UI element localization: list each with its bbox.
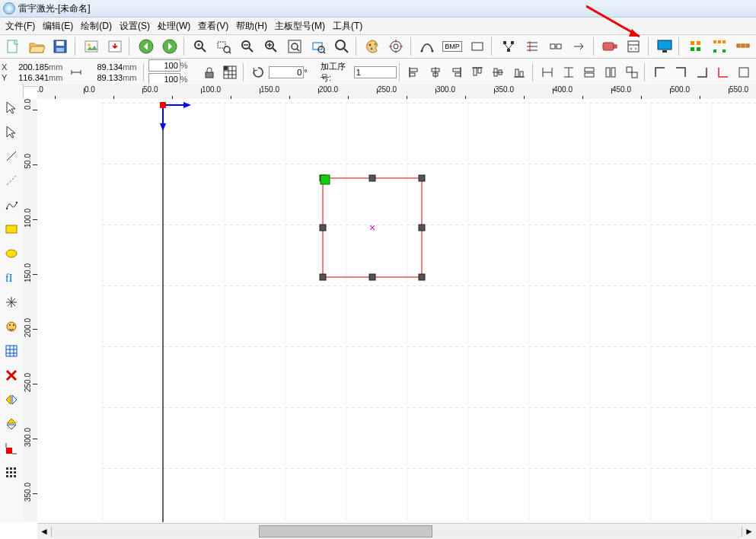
svg-text:fI: fI bbox=[5, 273, 13, 284]
trace-tool[interactable] bbox=[2, 317, 21, 336]
lock-aspect-button[interactable] bbox=[199, 62, 219, 83]
menu-process[interactable]: 处理(W) bbox=[154, 19, 194, 33]
svg-point-29 bbox=[336, 40, 345, 49]
zoom-selection-button[interactable] bbox=[307, 36, 329, 57]
ellipse-tool[interactable] bbox=[2, 244, 21, 263]
polyline-tool[interactable] bbox=[2, 171, 21, 190]
svg-rect-67 bbox=[697, 47, 700, 51]
svg-rect-154 bbox=[160, 102, 166, 108]
curve-tool-button[interactable] bbox=[416, 36, 439, 57]
svg-rect-69 bbox=[718, 40, 721, 43]
zoom-tool-button[interactable] bbox=[330, 36, 352, 57]
ruler-h-tick: 50.0 bbox=[143, 85, 158, 94]
array-tool-3[interactable] bbox=[732, 36, 754, 57]
dist-h-button[interactable] bbox=[538, 62, 558, 83]
bmp-button[interactable]: BMP bbox=[440, 36, 465, 57]
corner-tl-button[interactable] bbox=[650, 62, 670, 83]
align-right-button[interactable] bbox=[447, 62, 467, 83]
horizontal-scrollbar[interactable]: ◄ ► bbox=[37, 523, 756, 539]
new-file-button[interactable] bbox=[2, 36, 24, 57]
svg-line-20 bbox=[273, 48, 276, 52]
point-tool[interactable] bbox=[2, 292, 21, 312]
export-image-button[interactable] bbox=[104, 36, 126, 57]
anchor-grid-button[interactable] bbox=[220, 62, 240, 83]
align-vcenter-button[interactable] bbox=[489, 62, 509, 83]
svg-point-14 bbox=[224, 46, 230, 53]
zoom-area-button[interactable] bbox=[213, 36, 235, 57]
mirror-v-tool[interactable] bbox=[2, 414, 21, 434]
menu-help[interactable]: 帮助(H) bbox=[232, 19, 271, 33]
array-grid-tool[interactable] bbox=[2, 463, 21, 483]
job-number-input[interactable] bbox=[354, 66, 397, 78]
svg-rect-143 bbox=[10, 471, 12, 474]
mirror-h-tool[interactable] bbox=[2, 390, 21, 410]
corner-bl-button[interactable] bbox=[713, 62, 733, 83]
ruler-v-tick: 0.0 bbox=[24, 99, 32, 110]
precision-button[interactable] bbox=[385, 36, 407, 57]
grid-array-tool[interactable] bbox=[2, 341, 21, 361]
open-file-button[interactable] bbox=[26, 36, 48, 57]
size-lock-button[interactable] bbox=[544, 36, 566, 57]
palette-button[interactable] bbox=[362, 36, 384, 57]
delete-tool[interactable] bbox=[2, 365, 21, 385]
save-button[interactable] bbox=[49, 36, 72, 57]
node-tool-button[interactable] bbox=[497, 36, 519, 57]
scale-x-input[interactable] bbox=[148, 59, 180, 72]
rectangle-icon[interactable] bbox=[466, 36, 488, 57]
menu-view[interactable]: 查看(V) bbox=[194, 19, 232, 33]
center-point-button[interactable] bbox=[734, 62, 754, 83]
menu-draw[interactable]: 绘制(D) bbox=[77, 19, 116, 33]
svg-line-25 bbox=[297, 49, 299, 51]
zoom-fit-button[interactable] bbox=[284, 36, 306, 57]
svg-point-34 bbox=[391, 41, 401, 52]
svg-rect-148 bbox=[102, 99, 756, 522]
align-hcenter-button[interactable] bbox=[426, 62, 445, 83]
line-tool[interactable] bbox=[2, 146, 21, 166]
settings-panel-button[interactable] bbox=[623, 36, 645, 57]
svg-rect-73 bbox=[737, 44, 740, 47]
corner-br-button[interactable] bbox=[692, 62, 712, 83]
array-tool-1[interactable] bbox=[684, 36, 707, 57]
zoom-out-button[interactable] bbox=[237, 36, 259, 57]
origin-tool[interactable] bbox=[2, 439, 21, 458]
text-tool[interactable]: fI bbox=[2, 268, 21, 288]
svg-rect-71 bbox=[713, 49, 716, 53]
corner-tr-button[interactable] bbox=[671, 62, 691, 83]
dist-v-button[interactable] bbox=[559, 62, 579, 83]
svg-rect-157 bbox=[369, 175, 375, 181]
menu-edit[interactable]: 编辑(E) bbox=[39, 19, 77, 33]
menu-board[interactable]: 主板型号(M) bbox=[271, 19, 329, 33]
same-width-button[interactable] bbox=[580, 62, 600, 83]
align-top-button[interactable] bbox=[467, 62, 487, 83]
nav-back-button[interactable] bbox=[135, 36, 157, 57]
rectangle-tool[interactable] bbox=[2, 219, 21, 239]
select-tool[interactable] bbox=[2, 97, 21, 117]
menu-file[interactable]: 文件(F) bbox=[2, 19, 39, 33]
svg-rect-66 bbox=[691, 47, 694, 51]
node-edit-tool[interactable] bbox=[2, 122, 21, 142]
menu-settings[interactable]: 设置(S) bbox=[116, 19, 154, 33]
canvas[interactable]: × bbox=[37, 99, 756, 522]
align-bottom-button[interactable] bbox=[509, 62, 529, 83]
bezier-tool[interactable] bbox=[2, 195, 21, 215]
svg-rect-91 bbox=[453, 69, 461, 72]
svg-point-24 bbox=[292, 43, 298, 49]
machine-button[interactable] bbox=[599, 36, 621, 57]
svg-rect-75 bbox=[746, 44, 749, 47]
same-height-button[interactable] bbox=[601, 62, 620, 83]
menu-tool[interactable]: 工具(T) bbox=[329, 19, 366, 33]
align-left-button[interactable] bbox=[404, 62, 424, 83]
rotate-input[interactable] bbox=[269, 66, 304, 78]
import-image-button[interactable] bbox=[81, 36, 103, 57]
move-right-button[interactable] bbox=[568, 36, 590, 57]
svg-rect-110 bbox=[606, 68, 610, 77]
zoom-reset-button[interactable] bbox=[190, 36, 212, 57]
monitor-button[interactable] bbox=[653, 36, 675, 57]
nav-forward-button[interactable] bbox=[158, 36, 180, 57]
hatch-button[interactable] bbox=[521, 36, 543, 57]
svg-line-118 bbox=[7, 176, 16, 185]
same-size-button[interactable] bbox=[622, 62, 642, 83]
ruler-v-tick: 300.0 bbox=[24, 428, 32, 447]
array-tool-2[interactable] bbox=[708, 36, 730, 57]
zoom-in-button[interactable] bbox=[260, 36, 282, 57]
